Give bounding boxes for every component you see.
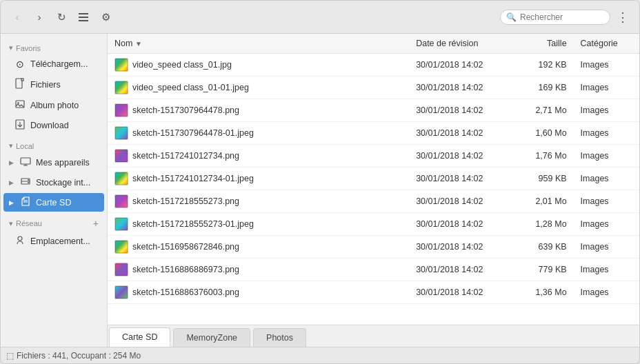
sidebar-section-reseau: ▾ Réseau + [1, 212, 107, 231]
file-name: sketch-1516958672846.png [132, 242, 239, 252]
sidebar: ▾ Favoris ⊙ Téléchargem... Fichiers [1, 34, 108, 347]
file-icon [114, 81, 128, 94]
local-label: Local [16, 142, 34, 150]
file-icon [114, 149, 128, 163]
file-icon [114, 103, 128, 117]
table-row[interactable]: sketch-1517307964478-01.jpeg 30/01/2018 … [108, 122, 639, 145]
file-name-cell: sketch-1517218555273-01.jpeg [108, 213, 409, 236]
tab-bar: Carte SD MemoryZone Photos [108, 325, 639, 347]
sidebar-item-label: Download [30, 121, 69, 130]
status-text: Fichiers : 441, Occupant : 254 Mo [17, 351, 141, 361]
fichiers-icon [14, 78, 26, 91]
file-name: video_speed class_01.jpg [132, 60, 232, 70]
svg-point-14 [28, 179, 29, 181]
file-date: 30/01/2018 14:02 [409, 122, 519, 145]
file-date: 30/01/2018 14:02 [409, 99, 519, 122]
favoris-label: Favoris [16, 44, 41, 52]
file-name: sketch-1517218555273-01.jpeg [132, 219, 254, 229]
table-row[interactable]: sketch-1517218555273-01.jpeg 30/01/2018 … [108, 213, 639, 236]
file-name-cell: sketch-1517241012734.png [108, 145, 409, 168]
sidebar-item-fichiers[interactable]: Fichiers [3, 74, 104, 94]
carte-sd-icon [20, 196, 31, 208]
file-size: 1,76 Mo [519, 145, 573, 168]
album-photo-icon [14, 99, 26, 111]
col-header-size[interactable]: Taille [519, 34, 573, 54]
table-row[interactable]: sketch-1517218555273.png 30/01/2018 14:0… [108, 190, 639, 213]
local-expand-icon: ▾ [9, 141, 13, 150]
file-icon [114, 217, 128, 231]
tab-carte-sd[interactable]: Carte SD [109, 327, 170, 347]
back-button[interactable]: ‹ [8, 8, 27, 27]
file-size: 1,60 Mo [519, 122, 573, 145]
refresh-button[interactable]: ↻ [52, 8, 71, 27]
table-row[interactable]: sketch-1516886376003.png 30/01/2018 14:0… [108, 281, 639, 304]
table-row[interactable]: sketch-1517307964478.png 30/01/2018 14:0… [108, 99, 639, 122]
stockage-icon [20, 176, 31, 188]
file-icon [114, 58, 128, 72]
sidebar-section-local: ▾ Local [1, 136, 107, 152]
table-row[interactable]: sketch-1516886886973.png 30/01/2018 14:0… [108, 259, 639, 281]
svg-rect-4 [21, 79, 23, 81]
file-name: sketch-1517241012734.png [132, 151, 239, 161]
add-reseau-button[interactable]: + [93, 218, 99, 229]
mes-appareils-icon [20, 156, 31, 168]
list-view-button[interactable] [74, 8, 93, 27]
file-size: 192 KB [519, 54, 573, 77]
file-name-cell: sketch-1516958672846.png [108, 236, 409, 259]
tab-memory-zone[interactable]: MemoryZone [173, 328, 250, 347]
file-name: sketch-1516886886973.png [132, 265, 239, 274]
sidebar-item-carte-sd[interactable]: ▶ Carte SD [3, 193, 104, 212]
svg-point-20 [18, 236, 22, 241]
search-box: 🔍 [500, 10, 610, 25]
sidebar-item-download[interactable]: Download [3, 116, 104, 135]
file-size: 169 KB [519, 77, 573, 99]
file-category: Images [574, 213, 639, 236]
file-icon [114, 285, 128, 299]
toolbar: ‹ › ↻ ⚙ 🔍 ⋮ [1, 1, 639, 34]
table-row[interactable]: sketch-1517241012734-01.jpeg 30/01/2018 … [108, 168, 639, 190]
sidebar-item-emplacements[interactable]: Emplacement... [3, 232, 104, 250]
file-name-cell: sketch-1517307964478.png [108, 99, 409, 122]
sidebar-item-stockage-int[interactable]: ▶ Stockage int... [3, 173, 104, 192]
emplacements-icon [14, 235, 26, 247]
sidebar-item-album-photo[interactable]: Album photo [3, 96, 104, 114]
file-date: 30/01/2018 14:02 [409, 213, 519, 236]
file-name: video_speed class_01-01.jpeg [132, 83, 249, 92]
table-row[interactable]: video_speed class_01.jpg 30/01/2018 14:0… [108, 54, 639, 77]
table-header-row: Nom ▼ Date de révision Taille Catégorie [108, 34, 639, 54]
favoris-expand-icon: ▾ [9, 43, 13, 52]
file-size: 1,36 Mo [519, 281, 573, 304]
settings-button[interactable]: ⚙ [96, 8, 115, 27]
file-name: sketch-1517307964478.png [132, 105, 239, 115]
file-date: 30/01/2018 14:02 [409, 54, 519, 77]
file-icon [114, 172, 128, 185]
forward-button[interactable]: › [30, 8, 49, 27]
file-table[interactable]: Nom ▼ Date de révision Taille Catégorie [108, 34, 639, 325]
col-header-date[interactable]: Date de révision [409, 34, 519, 54]
search-input[interactable] [520, 12, 603, 22]
table-row[interactable]: sketch-1516958672846.png 30/01/2018 14:0… [108, 236, 639, 259]
sidebar-item-telechargements[interactable]: ⊙ Téléchargem... [3, 55, 104, 73]
sidebar-item-label: Emplacement... [30, 236, 90, 246]
file-icon [114, 263, 128, 276]
col-header-name[interactable]: Nom ▼ [108, 34, 409, 54]
table-row[interactable]: video_speed class_01-01.jpeg 30/01/2018 … [108, 77, 639, 99]
file-icon [114, 240, 128, 254]
table-row[interactable]: sketch-1517241012734.png 30/01/2018 14:0… [108, 145, 639, 168]
sidebar-item-mes-appareils[interactable]: ▶ Mes appareils [3, 153, 104, 172]
file-name-cell: video_speed class_01.jpg [108, 54, 409, 77]
sidebar-item-label: Album photo [30, 101, 79, 110]
reseau-expand-icon: ▾ [9, 219, 13, 228]
svg-point-6 [17, 102, 19, 103]
file-name-cell: sketch-1516886886973.png [108, 259, 409, 281]
tab-photos[interactable]: Photos [253, 328, 306, 347]
file-date: 30/01/2018 14:02 [409, 259, 519, 281]
file-size: 779 KB [519, 259, 573, 281]
more-button[interactable]: ⋮ [613, 8, 632, 27]
file-date: 30/01/2018 14:02 [409, 236, 519, 259]
sidebar-item-label: Stockage int... [36, 178, 90, 188]
col-header-category[interactable]: Catégorie [574, 34, 639, 54]
svg-point-15 [28, 182, 29, 183]
file-manager-window: ‹ › ↻ ⚙ 🔍 ⋮ ▾ Favoris ⊙ [0, 0, 640, 364]
svg-rect-0 [79, 13, 88, 14]
